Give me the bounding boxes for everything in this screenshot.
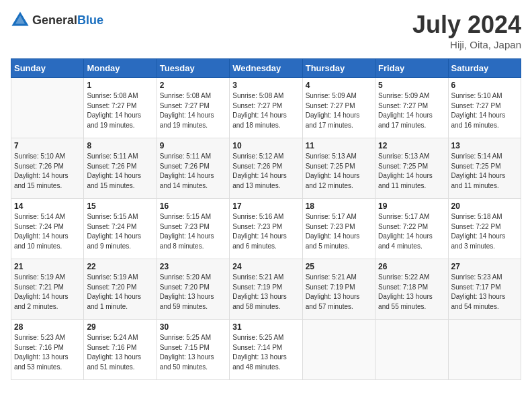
day-number: 20 xyxy=(451,201,518,211)
day-number: 13 xyxy=(451,141,518,150)
day-number: 6 xyxy=(451,81,518,90)
weekday-header: Monday xyxy=(84,59,157,78)
day-info: Sunrise: 5:22 AM Sunset: 7:18 PM Dayligh… xyxy=(378,273,445,312)
calendar-week-row: 21Sunrise: 5:19 AM Sunset: 7:21 PM Dayli… xyxy=(11,259,521,320)
day-info: Sunrise: 5:14 AM Sunset: 7:24 PM Dayligh… xyxy=(14,212,81,251)
weekday-header: Friday xyxy=(375,59,448,78)
calendar-table: SundayMondayTuesdayWednesdayThursdayFrid… xyxy=(11,58,521,380)
calendar-cell xyxy=(11,78,84,138)
day-number: 16 xyxy=(160,201,226,211)
day-info: Sunrise: 5:12 AM Sunset: 7:26 PM Dayligh… xyxy=(232,152,299,191)
day-info: Sunrise: 5:21 AM Sunset: 7:19 PM Dayligh… xyxy=(232,273,299,312)
calendar-cell: 5Sunrise: 5:09 AM Sunset: 7:27 PM Daylig… xyxy=(375,78,448,138)
calendar-title: July 2024 xyxy=(412,11,521,39)
day-info: Sunrise: 5:15 AM Sunset: 7:24 PM Dayligh… xyxy=(87,212,153,251)
page-header: GeneralBlue July 2024 Hiji, Oita, Japan xyxy=(11,11,521,50)
day-info: Sunrise: 5:10 AM Sunset: 7:27 PM Dayligh… xyxy=(451,91,518,130)
day-info: Sunrise: 5:14 AM Sunset: 7:25 PM Dayligh… xyxy=(451,152,518,191)
calendar-cell: 31Sunrise: 5:25 AM Sunset: 7:14 PM Dayli… xyxy=(230,320,302,380)
day-number: 15 xyxy=(87,201,153,211)
day-info: Sunrise: 5:17 AM Sunset: 7:23 PM Dayligh… xyxy=(306,212,372,251)
calendar-cell: 30Sunrise: 5:25 AM Sunset: 7:15 PM Dayli… xyxy=(157,320,229,380)
calendar-cell: 19Sunrise: 5:17 AM Sunset: 7:22 PM Dayli… xyxy=(375,199,448,259)
weekday-header-row: SundayMondayTuesdayWednesdayThursdayFrid… xyxy=(11,59,521,78)
day-number: 9 xyxy=(160,141,226,150)
calendar-cell: 3Sunrise: 5:08 AM Sunset: 7:27 PM Daylig… xyxy=(230,78,302,138)
day-info: Sunrise: 5:09 AM Sunset: 7:27 PM Dayligh… xyxy=(378,91,445,130)
day-info: Sunrise: 5:11 AM Sunset: 7:26 PM Dayligh… xyxy=(160,152,226,191)
day-number: 21 xyxy=(14,262,81,271)
calendar-cell: 18Sunrise: 5:17 AM Sunset: 7:23 PM Dayli… xyxy=(302,199,375,259)
weekday-header: Saturday xyxy=(448,59,521,78)
calendar-cell: 28Sunrise: 5:23 AM Sunset: 7:16 PM Dayli… xyxy=(11,320,84,380)
day-number: 5 xyxy=(378,81,445,90)
day-number: 24 xyxy=(232,262,299,271)
day-number: 23 xyxy=(160,262,226,271)
day-number: 18 xyxy=(306,201,372,211)
calendar-cell: 14Sunrise: 5:14 AM Sunset: 7:24 PM Dayli… xyxy=(11,199,84,259)
logo-text-general: General xyxy=(32,13,77,27)
logo-text-blue: Blue xyxy=(77,13,103,27)
calendar-cell: 6Sunrise: 5:10 AM Sunset: 7:27 PM Daylig… xyxy=(448,78,521,138)
calendar-cell: 15Sunrise: 5:15 AM Sunset: 7:24 PM Dayli… xyxy=(84,199,157,259)
title-block: July 2024 Hiji, Oita, Japan xyxy=(412,11,521,50)
calendar-cell: 26Sunrise: 5:22 AM Sunset: 7:18 PM Dayli… xyxy=(375,259,448,320)
day-info: Sunrise: 5:13 AM Sunset: 7:25 PM Dayligh… xyxy=(378,152,445,191)
day-info: Sunrise: 5:09 AM Sunset: 7:27 PM Dayligh… xyxy=(306,91,372,130)
day-number: 11 xyxy=(306,141,372,150)
day-number: 1 xyxy=(87,81,153,90)
day-number: 22 xyxy=(87,262,153,271)
day-info: Sunrise: 5:08 AM Sunset: 7:27 PM Dayligh… xyxy=(232,91,299,130)
day-info: Sunrise: 5:15 AM Sunset: 7:23 PM Dayligh… xyxy=(160,212,226,251)
day-info: Sunrise: 5:19 AM Sunset: 7:21 PM Dayligh… xyxy=(14,273,81,312)
day-number: 19 xyxy=(378,201,445,211)
calendar-week-row: 7Sunrise: 5:10 AM Sunset: 7:26 PM Daylig… xyxy=(11,138,521,199)
day-info: Sunrise: 5:13 AM Sunset: 7:25 PM Dayligh… xyxy=(306,152,372,191)
weekday-header: Thursday xyxy=(302,59,375,78)
day-number: 25 xyxy=(306,262,372,271)
calendar-cell: 2Sunrise: 5:08 AM Sunset: 7:27 PM Daylig… xyxy=(157,78,229,138)
calendar-cell xyxy=(375,320,448,380)
day-number: 27 xyxy=(451,262,518,271)
day-number: 2 xyxy=(160,81,226,90)
day-info: Sunrise: 5:10 AM Sunset: 7:26 PM Dayligh… xyxy=(14,152,81,191)
calendar-cell: 20Sunrise: 5:18 AM Sunset: 7:22 PM Dayli… xyxy=(448,199,521,259)
weekday-header: Wednesday xyxy=(230,59,302,78)
day-info: Sunrise: 5:11 AM Sunset: 7:26 PM Dayligh… xyxy=(87,152,153,191)
calendar-cell xyxy=(448,320,521,380)
day-number: 12 xyxy=(378,141,445,150)
calendar-cell: 10Sunrise: 5:12 AM Sunset: 7:26 PM Dayli… xyxy=(230,138,302,199)
day-info: Sunrise: 5:08 AM Sunset: 7:27 PM Dayligh… xyxy=(87,91,153,130)
day-info: Sunrise: 5:23 AM Sunset: 7:17 PM Dayligh… xyxy=(451,273,518,312)
day-info: Sunrise: 5:20 AM Sunset: 7:20 PM Dayligh… xyxy=(160,273,226,312)
calendar-week-row: 14Sunrise: 5:14 AM Sunset: 7:24 PM Dayli… xyxy=(11,199,521,259)
calendar-week-row: 1Sunrise: 5:08 AM Sunset: 7:27 PM Daylig… xyxy=(11,78,521,138)
calendar-cell: 7Sunrise: 5:10 AM Sunset: 7:26 PM Daylig… xyxy=(11,138,84,199)
day-info: Sunrise: 5:16 AM Sunset: 7:23 PM Dayligh… xyxy=(232,212,299,251)
calendar-cell: 27Sunrise: 5:23 AM Sunset: 7:17 PM Dayli… xyxy=(448,259,521,320)
calendar-cell: 22Sunrise: 5:19 AM Sunset: 7:20 PM Dayli… xyxy=(84,259,157,320)
calendar-cell: 4Sunrise: 5:09 AM Sunset: 7:27 PM Daylig… xyxy=(302,78,375,138)
calendar-cell: 29Sunrise: 5:24 AM Sunset: 7:16 PM Dayli… xyxy=(84,320,157,380)
calendar-cell: 12Sunrise: 5:13 AM Sunset: 7:25 PM Dayli… xyxy=(375,138,448,199)
day-number: 26 xyxy=(378,262,445,271)
calendar-cell: 16Sunrise: 5:15 AM Sunset: 7:23 PM Dayli… xyxy=(157,199,229,259)
day-info: Sunrise: 5:18 AM Sunset: 7:22 PM Dayligh… xyxy=(451,212,518,251)
day-info: Sunrise: 5:25 AM Sunset: 7:14 PM Dayligh… xyxy=(232,333,299,372)
weekday-header: Tuesday xyxy=(157,59,229,78)
logo: GeneralBlue xyxy=(11,11,103,30)
day-number: 4 xyxy=(306,81,372,90)
day-number: 3 xyxy=(232,81,299,90)
day-number: 17 xyxy=(232,201,299,211)
calendar-cell: 13Sunrise: 5:14 AM Sunset: 7:25 PM Dayli… xyxy=(448,138,521,199)
calendar-location: Hiji, Oita, Japan xyxy=(412,39,521,50)
calendar-cell: 1Sunrise: 5:08 AM Sunset: 7:27 PM Daylig… xyxy=(84,78,157,138)
calendar-cell: 11Sunrise: 5:13 AM Sunset: 7:25 PM Dayli… xyxy=(302,138,375,199)
calendar-cell: 25Sunrise: 5:21 AM Sunset: 7:19 PM Dayli… xyxy=(302,259,375,320)
day-number: 7 xyxy=(14,141,81,150)
day-info: Sunrise: 5:23 AM Sunset: 7:16 PM Dayligh… xyxy=(14,333,81,372)
calendar-cell: 21Sunrise: 5:19 AM Sunset: 7:21 PM Dayli… xyxy=(11,259,84,320)
day-number: 31 xyxy=(232,322,299,332)
day-number: 8 xyxy=(87,141,153,150)
calendar-cell xyxy=(302,320,375,380)
